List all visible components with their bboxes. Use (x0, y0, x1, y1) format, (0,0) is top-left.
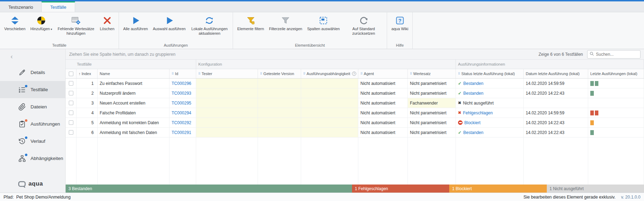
search-box[interactable] (587, 50, 640, 59)
status-label[interactable]: Blockiert (464, 120, 480, 125)
verschieben-button[interactable]: Verschieben (2, 13, 28, 31)
select-all-checkbox[interactable] (69, 72, 73, 76)
status-label[interactable]: Fehlgeschlagen (463, 110, 493, 115)
cell-dependency[interactable] (301, 98, 358, 108)
column-header-index[interactable]: ↑Index (77, 69, 98, 78)
row-checkbox[interactable] (69, 130, 73, 135)
row-checkbox[interactable] (69, 120, 73, 125)
table-row[interactable]: 1Zu einfaches PasswortTC000296Nicht auto… (66, 79, 644, 88)
cell-dependency[interactable] (301, 79, 358, 88)
ribbon-group-label: Testfälle (2, 43, 117, 49)
hinzuf-gen-button[interactable]: Hinzufügen ▾ (28, 13, 55, 31)
sidebar-item-testf-lle[interactable]: Testfälle (0, 81, 65, 98)
column-header-datum-letzte-ausf-hrung-lokal[interactable]: Datum letzte Ausführung (lokal) (524, 69, 588, 78)
column-header-letzte-ausf-hrungen-lokal[interactable]: Letzte Ausführungen (lokal) (588, 69, 644, 78)
alle-ausf-hren-button[interactable]: Alle ausführen (121, 13, 150, 31)
testcase-id-link[interactable]: TC000291 (172, 130, 191, 135)
sidebar-item-label: Abhängigkeiten (31, 156, 63, 161)
aqua-logo-text: aqua (28, 180, 43, 187)
sidebar-item-verlauf[interactable]: Verlauf (0, 133, 65, 150)
cell-dependency[interactable] (301, 128, 358, 137)
filterzeile-anzeigen-button[interactable]: Filterzeile anzeigen (266, 13, 305, 31)
testcase-id-link[interactable]: TC000293 (172, 91, 191, 96)
cell-dependency[interactable] (301, 108, 358, 118)
exclusive-edit-note: Sie bearbeiten dieses Element gerade exk… (523, 195, 615, 200)
column-header-wertesatz[interactable]: ⠿Wertesatz (408, 69, 456, 78)
fehlende-wertes-tze-hinzuf-gen-button[interactable]: Fehlende Wertesätze hinzufügen (54, 13, 97, 36)
group-by-bar: Ziehen Sie eine Spalte hierhin, um danac… (66, 49, 644, 60)
column-header-label: Name (100, 72, 110, 76)
row-checkbox-cell (66, 88, 77, 98)
cell-tester[interactable] (196, 108, 258, 118)
spalten-ausw-hlen-button[interactable]: Spalten auswählen (305, 13, 342, 31)
cell-history (588, 98, 644, 108)
status-label[interactable]: Bestanden (463, 130, 483, 135)
cell-wertesatz: Nicht parametrisiert (408, 118, 456, 127)
sidebar-item-ausf-hrungen[interactable]: Ausführungen (0, 115, 65, 133)
lokale-ausf-hrungen-aktualisieren-button[interactable]: Lokale Ausführungen aktualisieren (188, 13, 231, 36)
sidebar-collapse-button[interactable]: ‹ (0, 49, 65, 64)
search-icon (590, 52, 594, 57)
status-label[interactable]: Bestanden (463, 81, 483, 86)
table-row[interactable]: 3Neuen Account erstellenTC000295Nicht au… (66, 98, 644, 108)
cell-tester[interactable] (196, 118, 258, 127)
testcase-id-link[interactable]: TC000295 (172, 101, 191, 106)
status-label[interactable]: Bestanden (463, 91, 483, 96)
l-schen-button[interactable]: Löschen (97, 13, 117, 31)
cell-version[interactable] (258, 88, 301, 98)
testcase-id-link[interactable]: TC000294 (172, 110, 191, 115)
cell-version[interactable] (258, 118, 301, 127)
column-header-tester[interactable]: ⠿Tester (196, 69, 258, 78)
cell-tester[interactable] (196, 79, 258, 88)
sidebar-item-details[interactable]: Details (0, 64, 65, 81)
cell-version[interactable] (258, 79, 301, 88)
cell-tester[interactable] (196, 88, 258, 98)
cell-version[interactable] (258, 128, 301, 137)
reset-icon (359, 15, 369, 26)
table-row[interactable]: 2Nutzerprofil ändernTC000293Nicht automa… (66, 88, 644, 98)
tab-testf-lle[interactable]: Testfälle (41, 1, 75, 12)
table-row[interactable]: 6Anmeldung mit falschen DatenTC000291Nic… (66, 128, 644, 138)
cell-version[interactable] (258, 98, 301, 108)
aqua-wiki-button[interactable]: ?aqua Wiki (389, 13, 411, 31)
column-header-getestete-version[interactable]: ⠿Getestete Version (258, 69, 301, 78)
auf-standard-zur-cksetzen-button[interactable]: Auf Standard zurücksetzen (342, 13, 385, 36)
cell-history (588, 118, 644, 127)
column-header-agent[interactable]: ⠿Agent (358, 69, 408, 78)
filler-cell (98, 138, 170, 185)
run-all-icon (131, 15, 140, 26)
select-all-cell (66, 69, 77, 78)
row-checkbox[interactable] (69, 110, 73, 115)
column-header-ausf-hrungsabh-ngigkeit[interactable]: ⠿Ausführungsabhängigkeit? (301, 69, 358, 78)
sidebar-item-label: Ausführungen (31, 121, 60, 127)
row-checkbox[interactable] (69, 91, 73, 95)
row-checkbox[interactable] (69, 101, 73, 105)
cell-tester[interactable] (196, 98, 258, 108)
cell-tester[interactable] (196, 128, 258, 137)
summary-not-run: 1 Nicht ausgeführt (547, 185, 644, 193)
auswahl-ausf-hren-button[interactable]: Auswahl ausführen (150, 13, 188, 31)
ribbon-group-label: Ausführungen (121, 43, 231, 49)
column-header-name[interactable]: Name (98, 69, 170, 78)
cell-dependency[interactable] (301, 118, 358, 127)
table-row[interactable]: 5Anmeldung mit korrekten DatenTC000292Ni… (66, 118, 644, 128)
filler-cell (301, 138, 358, 185)
edit-icon (18, 69, 26, 76)
delete-icon (102, 15, 112, 26)
testcase-id-link[interactable]: TC000296 (172, 81, 191, 86)
column-header-row: ↑IndexName⠿Id⠿Tester⠿Getestete Version⠿A… (66, 69, 644, 79)
sidebar-item-dateien[interactable]: Dateien (0, 98, 65, 115)
table-row[interactable]: 4Falsche ProfildatenTC000294Nicht automa… (66, 108, 644, 118)
cell-dependency[interactable] (301, 88, 358, 98)
testcase-id-link[interactable]: TC000292 (172, 120, 191, 125)
row-checkbox[interactable] (69, 81, 73, 86)
filter-elements-icon (246, 15, 255, 26)
column-header-id[interactable]: ⠿Id (170, 69, 196, 78)
column-header-status-letzte-ausf-hrung-lokal[interactable]: ⠿Status letzte Ausführung (lokal) (456, 69, 524, 78)
tab-testszenario[interactable]: Testszenario (0, 1, 41, 12)
elemente-filtern-button[interactable]: Elemente filtern (235, 13, 266, 31)
sidebar-item-abh-ngigkeiten[interactable]: Abhängigkeiten (0, 150, 65, 167)
cell-version[interactable] (258, 108, 301, 118)
filler-cell (66, 138, 77, 185)
search-input[interactable] (596, 52, 638, 57)
